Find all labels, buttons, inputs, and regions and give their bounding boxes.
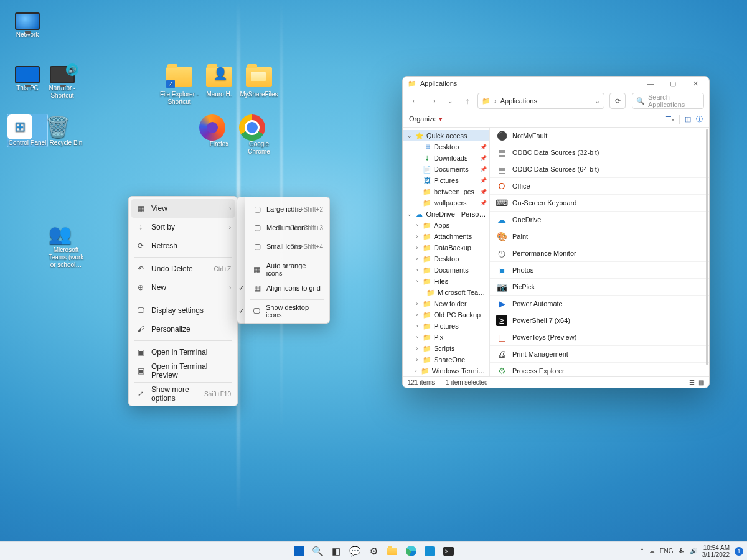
ctx-sort-by[interactable]: ↕Sort by› <box>129 218 237 236</box>
clock[interactable]: 10:54 AM 3/11/2022 <box>702 544 730 558</box>
desktop-icon-firefox[interactable]: Firefox <box>199 114 239 148</box>
nav-files[interactable]: ›📁Files <box>403 276 489 287</box>
expand-icon[interactable]: › <box>414 301 420 307</box>
nav-wallpapers[interactable]: 📁wallpapers📌 <box>403 197 489 208</box>
expand-icon[interactable]: › <box>414 368 418 374</box>
submenu-show-desktop-icons[interactable]: 🖵Show desktop icons <box>245 302 329 320</box>
nav-downloads[interactable]: ⭳Downloads📌 <box>403 152 489 164</box>
desktop-icon-google-chrome[interactable]: Google Chrome <box>239 114 279 156</box>
address-bar[interactable]: 📁 › Applications ⌄ <box>477 93 604 109</box>
expand-icon[interactable]: › <box>414 245 420 251</box>
ctx-display-settings[interactable]: 🖵Display settings <box>129 301 237 320</box>
nav-pictures[interactable]: 🖼Pictures📌 <box>403 175 489 186</box>
desktop-icon-narrator-shortcut[interactable]: 🔊Narrator - Shortcut <box>42 62 82 100</box>
taskbar[interactable]: 🔍 ◧ 💬 ⚙ >_ ˄ ☁ ENG 🖧 🔊 10:54 AM 3/11/202… <box>0 541 747 560</box>
window-titlebar[interactable]: 📁 Applications — ▢ ✕ <box>403 77 709 90</box>
recent-dropdown[interactable]: ⌄ <box>443 93 458 108</box>
help-button[interactable]: ⓘ <box>696 114 703 124</box>
search-button[interactable]: 🔍 <box>311 544 324 558</box>
search-input[interactable]: 🔍 Search Applications <box>632 93 704 109</box>
nav-quick-access[interactable]: ⌄⭐Quick access <box>403 130 489 141</box>
app-photos[interactable]: ▣Photos <box>490 262 709 279</box>
expand-icon[interactable]: › <box>414 345 420 352</box>
nav-desktop[interactable]: 🖥Desktop📌 <box>403 141 489 152</box>
nav-scripts[interactable]: ›📁Scripts <box>403 343 489 354</box>
nav-old-pc-backup[interactable]: ›📁Old PC Backup <box>403 309 489 320</box>
notification-badge[interactable]: 1 <box>735 547 743 556</box>
app-powershell-7-x64-[interactable]: ≥PowerShell 7 (x64) <box>490 312 709 329</box>
app-odbc-data-sources-32-bit-[interactable]: ▤ODBC Data Sources (32-bit) <box>490 144 709 161</box>
back-button[interactable]: ← <box>408 93 423 108</box>
file-explorer-button[interactable] <box>385 544 399 558</box>
breadcrumb-segment[interactable]: Applications <box>500 97 537 105</box>
chevron-down-icon[interactable]: ⌄ <box>594 97 600 105</box>
scrollbar-thumb[interactable] <box>706 129 708 365</box>
desktop-icon-this-pc[interactable]: This PC <box>7 62 47 92</box>
system-tray[interactable]: ˄ ☁ ENG 🖧 🔊 10:54 AM 3/11/2022 1 <box>641 542 743 561</box>
ctx-show-more-options[interactable]: ⤢Show more optionsShift+F10 <box>129 385 237 403</box>
app-process-explorer[interactable]: ⚙Process Explorer <box>490 363 709 376</box>
expand-icon[interactable]: › <box>414 323 420 329</box>
onedrive-tray-icon[interactable]: ☁ <box>649 548 655 554</box>
app-paint[interactable]: 🎨Paint <box>490 228 709 245</box>
ctx-view[interactable]: ▦View› <box>131 199 235 218</box>
nav-documents[interactable]: ›📁Documents <box>403 264 489 276</box>
app-office[interactable]: OOffice <box>490 178 709 195</box>
ctx-open-in-terminal-preview[interactable]: ▣Open in Terminal Preview <box>129 362 237 380</box>
submenu-small-icons[interactable]: ▢Small iconsCtrl+Shift+4 <box>245 237 329 256</box>
expand-icon[interactable]: › <box>414 312 420 318</box>
chat-button[interactable]: 💬 <box>348 544 362 558</box>
nav-pictures[interactable]: ›📁Pictures <box>403 320 489 332</box>
submenu-auto-arrange-icons[interactable]: ▦Auto arrange icons <box>245 260 329 279</box>
close-button[interactable]: ✕ <box>684 77 707 90</box>
expand-icon[interactable]: ⌄ <box>406 133 413 139</box>
navigation-pane[interactable]: ⌄⭐Quick access🖥Desktop📌⭳Downloads📌📄Docum… <box>403 128 490 376</box>
details-view-button[interactable]: ☰ <box>689 379 695 386</box>
app-print-management[interactable]: 🖨Print Management <box>490 346 709 363</box>
nav-between-pcs[interactable]: 📁between_pcs📌 <box>403 186 489 197</box>
file-list[interactable]: ⚫NotMyFault▤ODBC Data Sources (32-bit)▤O… <box>490 128 709 376</box>
expand-icon[interactable]: › <box>414 222 420 228</box>
desktop-icon-control-panel[interactable]: ⊞Control Panel <box>7 114 47 147</box>
submenu-medium-icons[interactable]: ▢Medium iconsCtrl+Shift+3 <box>245 218 329 237</box>
task-view-button[interactable]: ◧ <box>329 544 343 558</box>
desktop-icon-microsoft-teams-work-or-school-[interactable]: 👥Microsoft Teams (work or school… <box>46 222 86 269</box>
view-list-button[interactable]: ☰▾ <box>665 115 674 123</box>
ctx-undo-delete[interactable]: ↶Undo DeleteCtrl+Z <box>129 259 237 278</box>
expand-icon[interactable]: › <box>414 357 420 363</box>
edge-button[interactable] <box>404 544 418 558</box>
app-power-automate[interactable]: ▶Power Automate <box>490 296 709 312</box>
nav-microsoft-teams-chat-files[interactable]: 📁Microsoft Teams Chat Files <box>403 287 489 298</box>
nav-apps[interactable]: ›📁Apps <box>403 220 489 231</box>
app-performance-monitor[interactable]: ◷Performance Monitor <box>490 245 709 262</box>
app-powertoys-preview-[interactable]: ◫PowerToys (Preview) <box>490 329 709 346</box>
language-indicator[interactable]: ENG <box>660 548 674 554</box>
ctx-refresh[interactable]: ⟳Refresh <box>129 236 237 255</box>
tray-overflow-button[interactable]: ˄ <box>641 548 644 554</box>
settings-button[interactable]: ⚙ <box>367 544 380 558</box>
nav-pix[interactable]: ›📁Pix <box>403 332 489 343</box>
app-on-screen-keyboard[interactable]: ⌨On-Screen Keyboard <box>490 195 709 212</box>
up-button[interactable]: ↑ <box>460 93 475 108</box>
expand-icon[interactable]: › <box>414 256 420 262</box>
app-onedrive[interactable]: ☁OneDrive <box>490 212 709 228</box>
desktop-icon-mysharefiles[interactable]: MyShareFiles <box>239 62 279 98</box>
nav-onedrive-personal[interactable]: ⌄☁OneDrive - Personal <box>403 208 489 220</box>
desktop-icon-mauro-h-[interactable]: Mauro H. <box>199 62 239 98</box>
network-tray-icon[interactable]: 🖧 <box>679 548 685 554</box>
forward-button[interactable]: → <box>425 93 440 108</box>
ctx-new[interactable]: ⊕New› <box>129 278 237 297</box>
expand-icon[interactable]: ⌄ <box>406 211 413 217</box>
nav-documents[interactable]: 📄Documents📌 <box>403 164 489 175</box>
submenu-large-icons[interactable]: ▢Large iconsCtrl+Shift+2 <box>245 200 329 218</box>
expand-icon[interactable]: › <box>414 267 420 273</box>
expand-icon[interactable]: › <box>414 334 420 340</box>
view-submenu[interactable]: ✓✓ ▢Large iconsCtrl+Shift+2▢Medium icons… <box>237 197 330 324</box>
app-odbc-data-sources-64-bit-[interactable]: ▤ODBC Data Sources (64-bit) <box>490 161 709 178</box>
desktop-icon-network[interactable]: Network <box>7 9 47 39</box>
organize-button[interactable]: Organize▾ <box>409 115 443 123</box>
minimize-button[interactable]: — <box>639 77 662 90</box>
thumbnails-view-button[interactable]: ▦ <box>698 379 704 386</box>
app-picpick[interactable]: 📷PicPick <box>490 279 709 296</box>
volume-tray-icon[interactable]: 🔊 <box>690 548 697 554</box>
